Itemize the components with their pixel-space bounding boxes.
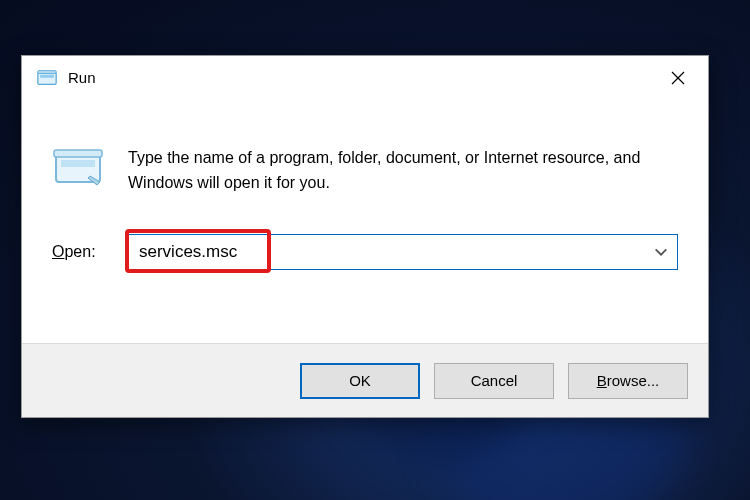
svg-rect-2 bbox=[38, 70, 56, 73]
titlebar[interactable]: Run bbox=[22, 56, 708, 100]
svg-rect-7 bbox=[54, 150, 102, 157]
open-combobox[interactable] bbox=[128, 234, 678, 270]
cancel-button[interactable]: Cancel bbox=[434, 363, 554, 399]
dialog-description: Type the name of a program, folder, docu… bbox=[128, 144, 678, 196]
svg-rect-0 bbox=[38, 72, 56, 84]
open-label: Open: bbox=[52, 243, 110, 261]
run-dialog: Run Type the name of a program, folder, … bbox=[21, 55, 709, 418]
close-button[interactable] bbox=[658, 62, 698, 94]
svg-rect-6 bbox=[61, 160, 95, 167]
chevron-down-icon[interactable] bbox=[653, 244, 669, 260]
svg-rect-1 bbox=[40, 74, 54, 77]
ok-button[interactable]: OK bbox=[300, 363, 420, 399]
browse-button[interactable]: Browse... bbox=[568, 363, 688, 399]
run-graphic-icon bbox=[52, 144, 106, 190]
close-icon bbox=[671, 71, 685, 85]
dialog-button-row: OK Cancel Browse... bbox=[22, 343, 708, 417]
open-input[interactable] bbox=[129, 235, 677, 269]
window-title: Run bbox=[68, 69, 658, 86]
dialog-content: Type the name of a program, folder, docu… bbox=[22, 100, 708, 270]
run-app-icon bbox=[36, 67, 58, 89]
